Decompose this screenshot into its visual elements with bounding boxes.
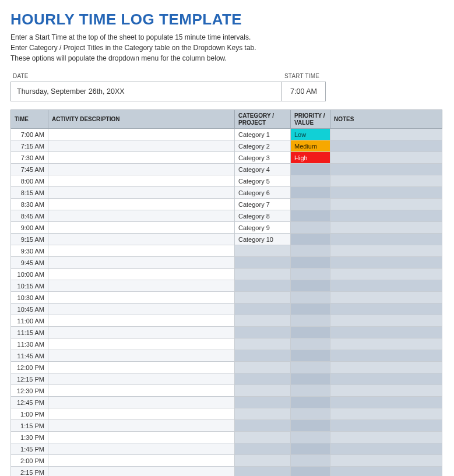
activity-cell[interactable] bbox=[48, 175, 235, 187]
category-cell[interactable] bbox=[235, 327, 291, 339]
notes-cell[interactable] bbox=[330, 455, 442, 467]
activity-cell[interactable] bbox=[48, 280, 235, 292]
activity-cell[interactable] bbox=[48, 432, 235, 443]
category-cell[interactable]: Category 8 bbox=[235, 210, 291, 222]
notes-cell[interactable] bbox=[330, 292, 442, 304]
activity-cell[interactable] bbox=[48, 257, 235, 269]
notes-cell[interactable] bbox=[330, 362, 442, 373]
priority-cell[interactable] bbox=[291, 443, 330, 455]
activity-cell[interactable] bbox=[48, 455, 235, 467]
activity-cell[interactable] bbox=[48, 269, 235, 280]
category-cell[interactable] bbox=[235, 467, 291, 477]
notes-cell[interactable] bbox=[330, 187, 442, 199]
category-cell[interactable] bbox=[235, 373, 291, 385]
activity-cell[interactable] bbox=[48, 385, 235, 397]
activity-cell[interactable] bbox=[48, 234, 235, 245]
activity-cell[interactable] bbox=[48, 327, 235, 339]
category-cell[interactable] bbox=[235, 362, 291, 373]
category-cell[interactable] bbox=[235, 304, 291, 315]
category-cell[interactable] bbox=[235, 339, 291, 350]
activity-cell[interactable] bbox=[48, 199, 235, 210]
category-cell[interactable] bbox=[235, 397, 291, 408]
priority-cell[interactable] bbox=[291, 164, 330, 175]
category-cell[interactable] bbox=[235, 280, 291, 292]
activity-cell[interactable] bbox=[48, 210, 235, 222]
category-cell[interactable]: Category 5 bbox=[235, 175, 291, 187]
activity-cell[interactable] bbox=[48, 362, 235, 373]
activity-cell[interactable] bbox=[48, 222, 235, 234]
category-cell[interactable]: Category 3 bbox=[235, 152, 291, 164]
notes-cell[interactable] bbox=[330, 280, 442, 292]
notes-cell[interactable] bbox=[330, 339, 442, 350]
activity-cell[interactable] bbox=[48, 292, 235, 304]
priority-cell[interactable] bbox=[291, 350, 330, 362]
notes-cell[interactable] bbox=[330, 210, 442, 222]
category-cell[interactable] bbox=[235, 315, 291, 327]
category-cell[interactable] bbox=[235, 292, 291, 304]
activity-cell[interactable] bbox=[48, 152, 235, 164]
notes-cell[interactable] bbox=[330, 164, 442, 175]
notes-cell[interactable] bbox=[330, 408, 442, 420]
category-cell[interactable]: Category 4 bbox=[235, 164, 291, 175]
notes-cell[interactable] bbox=[330, 245, 442, 257]
priority-cell[interactable]: Medium bbox=[291, 140, 330, 152]
priority-cell[interactable] bbox=[291, 280, 330, 292]
activity-cell[interactable] bbox=[48, 467, 235, 477]
priority-cell[interactable] bbox=[291, 373, 330, 385]
notes-cell[interactable] bbox=[330, 432, 442, 443]
category-cell[interactable] bbox=[235, 455, 291, 467]
notes-cell[interactable] bbox=[330, 269, 442, 280]
notes-cell[interactable] bbox=[330, 443, 442, 455]
activity-cell[interactable] bbox=[48, 420, 235, 432]
date-input[interactable]: Thursday, September 26th, 20XX bbox=[10, 82, 282, 101]
category-cell[interactable] bbox=[235, 443, 291, 455]
notes-cell[interactable] bbox=[330, 140, 442, 152]
priority-cell[interactable] bbox=[291, 432, 330, 443]
activity-cell[interactable] bbox=[48, 397, 235, 408]
notes-cell[interactable] bbox=[330, 175, 442, 187]
activity-cell[interactable] bbox=[48, 187, 235, 199]
priority-cell[interactable] bbox=[291, 292, 330, 304]
priority-cell[interactable] bbox=[291, 467, 330, 477]
category-cell[interactable] bbox=[235, 245, 291, 257]
category-cell[interactable]: Category 7 bbox=[235, 199, 291, 210]
priority-cell[interactable] bbox=[291, 210, 330, 222]
activity-cell[interactable] bbox=[48, 245, 235, 257]
category-cell[interactable]: Category 10 bbox=[235, 234, 291, 245]
notes-cell[interactable] bbox=[330, 467, 442, 477]
priority-cell[interactable] bbox=[291, 199, 330, 210]
activity-cell[interactable] bbox=[48, 164, 235, 175]
notes-cell[interactable] bbox=[330, 373, 442, 385]
activity-cell[interactable] bbox=[48, 443, 235, 455]
priority-cell[interactable] bbox=[291, 339, 330, 350]
notes-cell[interactable] bbox=[330, 304, 442, 315]
activity-cell[interactable] bbox=[48, 373, 235, 385]
notes-cell[interactable] bbox=[330, 315, 442, 327]
priority-cell[interactable] bbox=[291, 175, 330, 187]
notes-cell[interactable] bbox=[330, 129, 442, 140]
category-cell[interactable]: Category 1 bbox=[235, 129, 291, 140]
notes-cell[interactable] bbox=[330, 385, 442, 397]
priority-cell[interactable] bbox=[291, 234, 330, 245]
category-cell[interactable]: Category 2 bbox=[235, 140, 291, 152]
category-cell[interactable]: Category 6 bbox=[235, 187, 291, 199]
category-cell[interactable] bbox=[235, 269, 291, 280]
activity-cell[interactable] bbox=[48, 315, 235, 327]
priority-cell[interactable] bbox=[291, 362, 330, 373]
priority-cell[interactable]: High bbox=[291, 152, 330, 164]
notes-cell[interactable] bbox=[330, 397, 442, 408]
notes-cell[interactable] bbox=[330, 350, 442, 362]
activity-cell[interactable] bbox=[48, 129, 235, 140]
start-time-input[interactable]: 7:00 AM bbox=[282, 82, 326, 101]
notes-cell[interactable] bbox=[330, 152, 442, 164]
category-cell[interactable] bbox=[235, 432, 291, 443]
activity-cell[interactable] bbox=[48, 339, 235, 350]
priority-cell[interactable] bbox=[291, 420, 330, 432]
priority-cell[interactable] bbox=[291, 187, 330, 199]
notes-cell[interactable] bbox=[330, 327, 442, 339]
activity-cell[interactable] bbox=[48, 408, 235, 420]
category-cell[interactable] bbox=[235, 257, 291, 269]
priority-cell[interactable] bbox=[291, 222, 330, 234]
activity-cell[interactable] bbox=[48, 304, 235, 315]
notes-cell[interactable] bbox=[330, 222, 442, 234]
